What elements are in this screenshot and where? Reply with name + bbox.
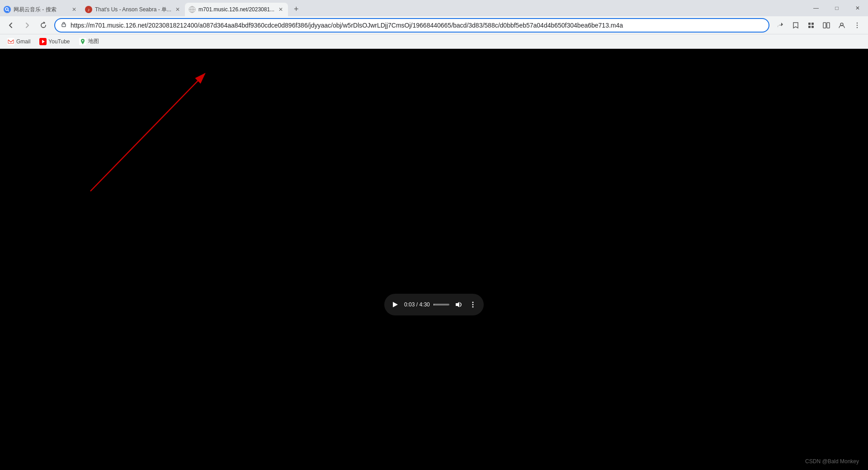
reload-button[interactable]	[36, 18, 51, 33]
svg-point-0	[5, 8, 8, 10]
red-arrow	[0, 49, 868, 470]
gmail-icon	[7, 38, 14, 45]
svg-point-16	[857, 22, 858, 23]
svg-point-29	[472, 304, 474, 306]
svg-marker-26	[393, 302, 398, 307]
svg-rect-11	[808, 26, 811, 28]
minimize-button[interactable]: —	[806, 0, 826, 16]
content-area: 0:03 / 4:30	[0, 49, 868, 470]
profile-button[interactable]	[835, 18, 849, 33]
browser-frame: 网易云音乐 - 搜索 ✕ ♪ That's Us - Anson Seabra …	[0, 0, 868, 470]
svg-rect-12	[811, 26, 814, 28]
tab-bar: 网易云音乐 - 搜索 ✕ ♪ That's Us - Anson Seabra …	[0, 0, 868, 16]
url-text: https://m701.music.126.net/2023081821240…	[71, 22, 763, 29]
chrome-menu-button[interactable]	[850, 18, 864, 33]
tab-3-close[interactable]: ✕	[277, 6, 284, 13]
progress-bar[interactable]	[434, 304, 449, 306]
tab-2-close[interactable]: ✕	[174, 6, 181, 13]
toolbar-actions	[773, 18, 864, 33]
youtube-label: YouTube	[48, 38, 70, 45]
tab-3-title: m701.music.126.net/2023081...	[198, 6, 274, 13]
split-screen-button[interactable]	[819, 18, 834, 33]
maps-icon	[79, 38, 86, 45]
tab-2-favicon: ♪	[85, 6, 92, 13]
toolbar: https://m701.music.126.net/2023081821240…	[0, 16, 868, 34]
svg-rect-8	[62, 24, 66, 27]
svg-point-17	[857, 24, 858, 25]
bookmark-button[interactable]	[788, 18, 803, 33]
maps-label: 地图	[88, 38, 99, 45]
watermark: CSDN @Bald Monkey	[805, 458, 859, 465]
svg-point-23	[82, 40, 83, 41]
audio-player: 0:03 / 4:30	[384, 294, 484, 315]
svg-point-30	[472, 306, 474, 308]
svg-text:♪: ♪	[88, 7, 90, 12]
bookmark-maps[interactable]: 地图	[75, 36, 103, 47]
gmail-label: Gmail	[16, 38, 30, 45]
svg-point-28	[472, 302, 474, 303]
lock-icon	[61, 21, 67, 29]
maximize-button[interactable]: □	[826, 0, 847, 16]
svg-point-18	[857, 27, 858, 28]
svg-line-25	[90, 74, 205, 191]
tab-1-favicon	[4, 6, 11, 13]
tab-1-close[interactable]: ✕	[71, 6, 78, 13]
share-button[interactable]	[773, 18, 788, 33]
bookmark-youtube[interactable]: YouTube	[36, 36, 73, 47]
time-current: 0:03 / 4:30	[404, 301, 430, 308]
window-controls: — □ ✕	[806, 0, 868, 16]
more-options-button[interactable]	[467, 299, 478, 310]
tab-1-title: 网易云音乐 - 搜索	[14, 6, 68, 14]
forward-button[interactable]	[20, 18, 34, 33]
close-button[interactable]: ✕	[847, 0, 868, 16]
tab-3-favicon	[189, 6, 196, 13]
extensions-button[interactable]	[804, 18, 818, 33]
back-button[interactable]	[4, 18, 18, 33]
youtube-icon	[39, 38, 47, 45]
svg-rect-10	[811, 23, 814, 25]
svg-line-1	[8, 10, 9, 12]
volume-button[interactable]	[453, 299, 464, 310]
address-bar[interactable]: https://m701.music.126.net/2023081821240…	[54, 18, 769, 33]
bookmark-gmail[interactable]: Gmail	[4, 36, 34, 47]
play-pause-button[interactable]	[390, 299, 401, 310]
svg-marker-27	[456, 302, 459, 307]
tab-3[interactable]: m701.music.126.net/2023081... ✕	[185, 3, 288, 16]
svg-rect-9	[808, 23, 811, 25]
tab-2[interactable]: ♪ That's Us - Anson Seabra - 单... ✕	[81, 3, 185, 16]
new-tab-button[interactable]: +	[290, 3, 302, 15]
tab-2-title: That's Us - Anson Seabra - 单...	[95, 6, 171, 14]
svg-rect-14	[827, 23, 830, 28]
tab-1[interactable]: 网易云音乐 - 搜索 ✕	[0, 3, 81, 16]
bookmarks-bar: Gmail YouTube 地图	[0, 34, 868, 49]
svg-rect-13	[823, 23, 826, 28]
